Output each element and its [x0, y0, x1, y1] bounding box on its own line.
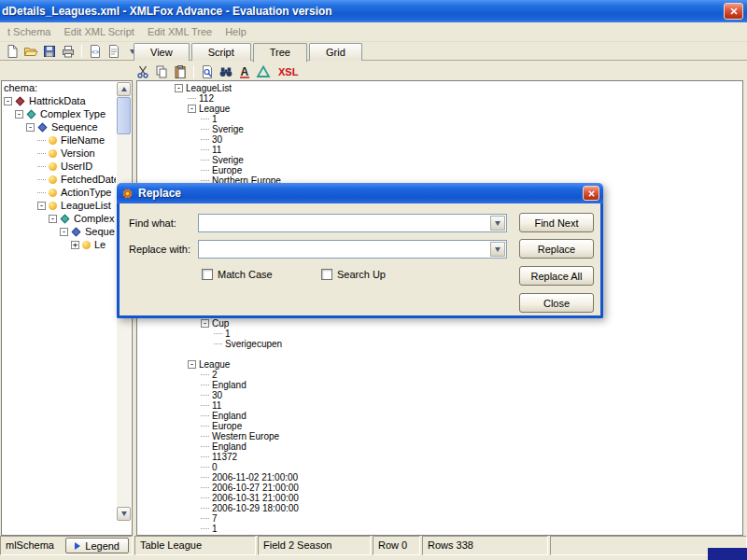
menu-edit-xml-script[interactable]: Edit XML Script [57, 23, 140, 40]
tree-row[interactable]: 30 [137, 134, 742, 145]
cut-button[interactable] [134, 63, 152, 80]
title-bar[interactable]: dDetails_Leagues.xml - XMLFox Advance - … [0, 0, 747, 22]
replace-dropdown-button[interactable] [490, 242, 505, 257]
tree-row[interactable]: 7 [137, 513, 742, 524]
tree-row[interactable]: 1 [137, 329, 742, 339]
tree-row[interactable]: Version [2, 147, 116, 160]
tree-row[interactable]: FileName [2, 133, 116, 147]
tree-row[interactable]: -Complex T [2, 212, 116, 225]
legend-button[interactable]: Legend [65, 538, 129, 553]
new-file-button[interactable] [3, 43, 21, 60]
tree-row[interactable]: 2006-10-31 21:00:00 [137, 493, 742, 503]
find-what-combobox[interactable] [198, 214, 507, 232]
text-format-button[interactable]: A [235, 63, 254, 80]
collapse-icon[interactable]: - [26, 123, 35, 132]
cut-icon [135, 64, 150, 79]
tab-script[interactable]: Script [191, 43, 251, 61]
xsl-button[interactable]: XSL [278, 66, 298, 77]
tree-row[interactable]: -Sequence [2, 120, 116, 133]
find-button[interactable] [217, 63, 235, 80]
tree-row[interactable]: ActionType [2, 186, 116, 199]
search-document-button[interactable] [198, 63, 217, 80]
find-next-button[interactable]: Find Next [519, 213, 594, 232]
find-dropdown-button[interactable] [490, 216, 505, 231]
tree-row[interactable]: 11 [137, 145, 742, 155]
tab-view[interactable]: View [134, 43, 190, 61]
tree-row[interactable]: Sverige [137, 124, 742, 134]
collapse-icon[interactable]: - [201, 319, 209, 328]
tree-row[interactable]: 2006-10-29 18:00:00 [137, 503, 742, 513]
tree-row[interactable]: England [137, 441, 742, 452]
tree-row[interactable]: -LeagueList [2, 199, 116, 212]
tree-row[interactable]: -League [137, 359, 742, 370]
scroll-thumb[interactable] [117, 97, 131, 134]
close-dialog-button[interactable]: Close [519, 293, 594, 313]
tree-row[interactable]: +Le [2, 238, 116, 251]
match-case-checkbox[interactable]: Match Case [202, 269, 273, 280]
tree-row[interactable]: -Cup [137, 318, 742, 329]
replace-dialog-titlebar[interactable]: Replace [117, 183, 603, 203]
xml-document-button[interactable]: <> [86, 43, 105, 60]
scroll-down-button[interactable] [117, 507, 131, 521]
tree-row[interactable]: Western Europe [137, 431, 742, 441]
text-document-icon [106, 44, 121, 59]
collapse-icon[interactable]: - [37, 202, 46, 210]
tree-row[interactable] [137, 349, 742, 359]
replace-all-button[interactable]: Replace All [519, 266, 594, 286]
collapse-icon[interactable]: - [188, 105, 196, 113]
text-document-button[interactable] [105, 43, 123, 60]
copy-button[interactable] [152, 63, 171, 80]
collapse-icon[interactable]: - [49, 215, 57, 223]
save-button[interactable] [40, 43, 59, 60]
status-rows-pane: Rows 338 [422, 536, 548, 555]
dialog-close-button[interactable] [583, 186, 599, 201]
checkbox-box-icon[interactable] [321, 269, 332, 280]
collapse-icon[interactable]: - [175, 84, 183, 92]
scroll-up-button[interactable] [117, 82, 131, 96]
collapse-icon[interactable]: - [60, 228, 68, 236]
collapse-icon[interactable]: - [188, 360, 196, 369]
menu-edit-schema[interactable]: t Schema [1, 23, 57, 40]
tree-row[interactable]: 0 [137, 462, 742, 472]
collapse-icon[interactable]: - [15, 110, 23, 119]
tree-node-label: LeagueList [61, 200, 111, 211]
tree-row[interactable]: 112 [137, 93, 742, 104]
tree-row[interactable]: England [137, 411, 742, 421]
paste-button[interactable] [171, 63, 190, 80]
tree-row[interactable]: Sverigecupen [137, 339, 742, 349]
tab-grid[interactable]: Grid [309, 43, 362, 61]
tab-tree[interactable]: Tree [253, 43, 307, 63]
checkbox-box-icon[interactable] [202, 269, 213, 280]
tree-row[interactable]: -LeagueList [137, 83, 742, 93]
tree-row[interactable]: 1 [137, 524, 742, 534]
tree-row[interactable]: 11 [137, 400, 742, 411]
tree-row[interactable]: 2006-10-27 21:00:00 [137, 483, 742, 493]
validate-button[interactable] [254, 63, 273, 80]
tree-row[interactable]: England [137, 380, 742, 390]
tree-connector [201, 456, 209, 457]
tree-row[interactable]: Europe [137, 421, 742, 431]
tree-row[interactable]: -HattrickData [2, 94, 116, 107]
expand-icon[interactable]: + [71, 241, 79, 249]
close-button[interactable] [724, 3, 743, 20]
tree-row[interactable]: Europe [137, 165, 742, 175]
tree-row[interactable]: 2 [137, 370, 742, 380]
tree-row[interactable]: -League [137, 104, 742, 114]
menu-edit-xml-tree[interactable]: Edit XML Tree [141, 23, 218, 40]
tree-row[interactable]: 30 [137, 390, 742, 400]
tree-row[interactable]: 11372 [137, 452, 742, 462]
tree-row[interactable]: UserID [2, 160, 116, 173]
open-file-button[interactable] [21, 43, 40, 60]
tree-row[interactable]: -Seque [2, 225, 116, 238]
menu-help[interactable]: Help [218, 23, 253, 40]
replace-button[interactable]: Replace [519, 239, 594, 259]
search-up-checkbox[interactable]: Search Up [321, 269, 386, 280]
tree-row[interactable]: 2006-11-02 21:00:00 [137, 472, 742, 483]
tree-row[interactable]: Sverige [137, 155, 742, 165]
tree-row[interactable]: FetchedDate [2, 173, 116, 186]
replace-with-combobox[interactable] [198, 240, 507, 259]
print-button[interactable] [59, 43, 78, 60]
tree-row[interactable]: -Complex Type [2, 107, 116, 120]
tree-row[interactable]: 1 [137, 114, 742, 124]
collapse-icon[interactable]: - [4, 97, 12, 105]
